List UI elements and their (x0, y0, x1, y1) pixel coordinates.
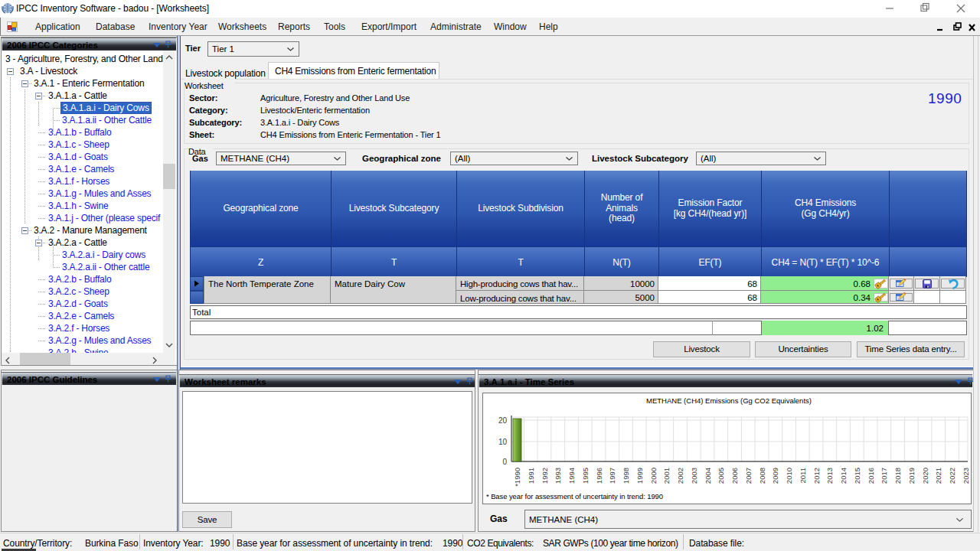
svg-text:2015: 2015 (853, 468, 861, 484)
svg-text:2022: 2022 (948, 468, 956, 484)
svg-text:2008: 2008 (758, 468, 766, 484)
svg-text:2020: 2020 (921, 468, 929, 484)
svg-text:2003: 2003 (690, 468, 698, 484)
svg-text:2018: 2018 (893, 468, 902, 484)
svg-text:0: 0 (502, 458, 507, 466)
svg-text:2017: 2017 (880, 468, 888, 484)
svg-text:METHANE (CH4) Emissions (Gg CO: METHANE (CH4) Emissions (Gg CO2 Equivale… (646, 396, 812, 405)
svg-text:1996: 1996 (595, 468, 603, 484)
svg-text:2007: 2007 (744, 468, 753, 484)
svg-text:2023: 2023 (962, 468, 970, 484)
svg-text:2005: 2005 (717, 468, 725, 484)
svg-text:1993: 1993 (554, 468, 562, 484)
svg-text:2000: 2000 (649, 468, 658, 484)
svg-text:*1990: *1990 (513, 468, 521, 487)
svg-text:2006: 2006 (730, 468, 739, 484)
svg-text:10: 10 (498, 438, 508, 446)
svg-text:1995: 1995 (581, 468, 590, 484)
svg-text:1997: 1997 (608, 468, 616, 484)
svg-text:* Base year for assessment of: * Base year for assessment of uncertaint… (486, 492, 663, 500)
svg-text:2014: 2014 (839, 468, 848, 484)
svg-text:2019: 2019 (907, 468, 916, 484)
svg-text:2004: 2004 (704, 468, 712, 484)
svg-text:1999: 1999 (635, 468, 644, 484)
svg-text:2013: 2013 (825, 468, 834, 484)
svg-text:2002: 2002 (676, 468, 684, 484)
svg-text:2009: 2009 (771, 468, 779, 484)
svg-text:1991: 1991 (527, 468, 535, 484)
svg-text:1992: 1992 (541, 468, 549, 484)
svg-text:2001: 2001 (662, 468, 671, 484)
svg-text:2021: 2021 (934, 468, 942, 484)
svg-text:2010: 2010 (785, 468, 793, 484)
svg-text:1994: 1994 (567, 468, 576, 484)
svg-text:2011: 2011 (799, 468, 807, 483)
svg-text:1998: 1998 (622, 468, 630, 484)
svg-text:2012: 2012 (812, 468, 821, 484)
svg-text:20: 20 (498, 416, 508, 425)
svg-text:2016: 2016 (867, 468, 875, 484)
